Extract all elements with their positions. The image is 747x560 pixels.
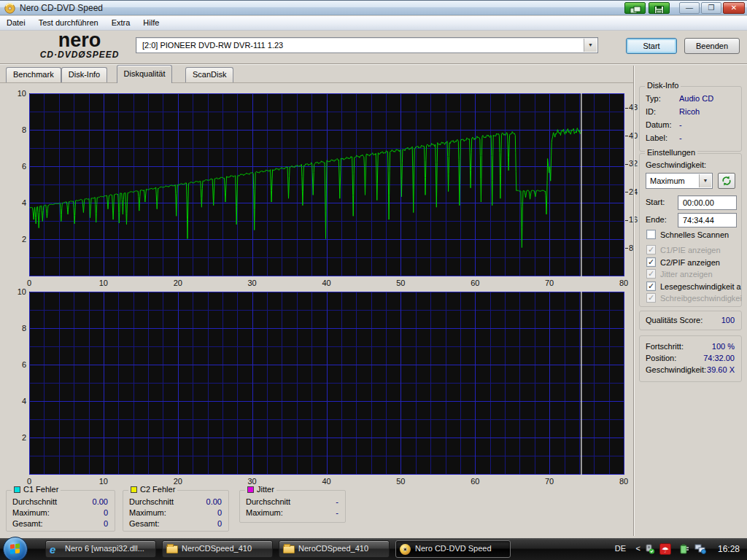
tab-scandisk[interactable]: ScanDisk [185,67,233,82]
end-time-input[interactable]: 74:34.44 [678,213,737,228]
y-axis-tick-label: 4 [10,397,26,405]
power-icon[interactable] [679,544,690,556]
legend-row-value: 0 [217,519,222,528]
checkbox-label: Schreibgeschwindigkei [660,294,742,303]
toolbar: nero CD·DVDØSPEED [2:0] PIONEER DVD-RW D… [0,31,747,63]
taskbar-button-4[interactable]: Nero CD-DVD Speed [395,540,511,558]
floppy-save-icon [654,6,664,14]
language-indicator[interactable]: DE [615,544,626,553]
tab-benchmark[interactable]: Benchmark [6,67,61,82]
taskbar-button-2[interactable]: NeroCDSpeed_410 [162,540,273,558]
menu-bar: DateiTest durchführenExtraHilfe [0,16,747,31]
x-axis-tick-label: 80 [614,477,633,486]
folder-icon [283,545,295,553]
y-axis-tick-label: 8 [10,324,26,332]
checkbox-lesegeschwindigkeit-a[interactable]: ✓Lesegeschwindigkeit a [646,281,747,292]
tab-disk-info[interactable]: Disk-Info [61,67,107,82]
progress-label: Fortschritt: [646,342,684,351]
nero-logo: nero CD·DVDØSPEED [25,31,134,60]
tab-diskqualit-t[interactable]: Diskqualität [117,65,173,83]
menu-item-test-durchf-hren[interactable]: Test durchführen [32,16,105,31]
speed-select-value: Maximum [650,176,685,185]
close-button[interactable]: ✕ [723,2,745,14]
copy-to-clipboard-button[interactable] [624,2,646,14]
cddvdspeed-logo-text: CD·DVDØSPEED [25,50,134,60]
app-disc-icon [4,3,15,14]
taskbar-clock[interactable]: 16:28 [718,544,740,554]
chevron-down-icon[interactable]: ▼ [584,39,597,52]
disk-info-label: Typ: [646,94,661,103]
checkbox-schnelles-scannen[interactable]: Schnelles Scannen [646,230,747,241]
checkbox-label: Lesegeschwindigkeit a [660,282,741,291]
settings-group: Einstellungen Geschwindigkeit: Maximum ▼… [639,153,742,307]
x-axis-tick-label: 10 [94,477,113,486]
speed-select[interactable]: Maximum ▼ [646,173,713,189]
time-field-row: Start:00:00.00 [640,195,741,210]
checkbox-label: Schnelles Scannen [660,230,729,239]
tray-chevron-icon[interactable]: < [636,544,640,553]
y-axis-tick-label: 6 [10,360,26,369]
legend-row-label: Maximum: [12,508,50,517]
refresh-arrows-icon [721,175,732,187]
menu-item-hilfe[interactable]: Hilfe [136,16,166,31]
time-field-row: Ende:74:34.44 [640,213,741,228]
disk-info-value: - [679,133,682,142]
checkbox-c2-pif-anzeigen[interactable]: ✓C2/PIF anzeigen [646,257,747,268]
taskbar-button-1[interactable]: eNero 6 [wnaspi32.dll... [45,540,156,558]
legend-row: Gesamt:0 [123,519,228,530]
disk-info-title: Disk-Info [645,81,681,90]
checkbox-c1-pie-anzeigen[interactable]: ✓C1/PIE anzeigen [646,245,747,256]
legend-box-jitter: JitterDurchschnitt-Maximum:- [239,490,346,523]
x-axis-tick-label: 40 [317,279,336,287]
start-button[interactable]: Start [626,38,677,54]
checkbox-label: Jitter anzeigen [660,270,713,279]
disk-info-label: ID: [646,107,656,116]
panel-separator [633,66,635,536]
taskbar-button-3[interactable]: NeroCDSpeed_410 [279,540,390,558]
checkbox-box[interactable]: ✓ [646,269,656,279]
quit-button[interactable]: Beenden [684,38,740,54]
x-axis-tick-label: 80 [614,279,633,287]
c2-error-chart [29,292,624,475]
avira-icon[interactable]: ☂ [659,543,671,556]
chevron-down-icon[interactable]: ▼ [699,174,711,187]
y2-axis-tick-label: 24 [625,187,638,196]
refresh-speed-button[interactable] [718,173,735,189]
legend-row-value: 0 [104,508,108,517]
checkbox-jitter-anzeigen[interactable]: ✓Jitter anzeigen [646,269,747,280]
menu-item-datei[interactable]: Datei [0,16,32,31]
disk-info-row: ID:Ricoh [640,107,741,118]
legend-row-value: - [336,497,338,506]
usb-safely-remove-icon[interactable] [644,544,655,556]
network-icon[interactable] [694,544,706,556]
window-title: Nero CD-DVD Speed [20,3,103,13]
x-axis-tick-label: 50 [391,279,410,287]
start-time-input[interactable]: 00:00.00 [678,195,737,210]
save-button[interactable] [649,2,670,14]
checkbox-schreibgeschwindigkei[interactable]: ✓Schreibgeschwindigkei [646,293,747,304]
start-menu-button[interactable] [3,537,28,560]
x-axis-tick-label: 50 [391,477,410,486]
drive-select[interactable]: [2:0] PIONEER DVD-RW DVR-111 1.23 ▼ [136,37,598,53]
tab-underline [0,82,634,83]
checkbox-box[interactable]: ✓ [646,257,656,267]
y2-axis-tick-label: 8 [625,244,633,252]
menu-item-extra[interactable]: Extra [105,16,137,31]
quality-scan-chart-plot [29,93,624,276]
checkbox-box[interactable]: ✓ [646,245,656,254]
minimize-button[interactable]: — [679,2,700,14]
checkbox-box[interactable] [646,230,656,239]
checkbox-box[interactable]: ✓ [646,281,656,291]
legend-row-value: 0 [104,519,108,528]
disk-info-group: Disk-Info Typ:Audio CDID:RicohDatum:-Lab… [639,86,742,152]
disk-info-value: - [679,120,682,129]
maximize-button[interactable]: ❐ [701,2,721,14]
disk-info-value: Audio CD [679,94,713,103]
checkbox-box[interactable]: ✓ [646,293,656,303]
end-time-label: Ende: [646,215,667,224]
x-axis-tick-label: 70 [540,279,559,287]
progress-row: Position:74:32.00 [640,354,741,365]
y2-axis-tick-label: 40 [625,131,638,140]
legend-row-value: - [336,508,338,517]
legend-row-value: 0 [217,508,222,517]
